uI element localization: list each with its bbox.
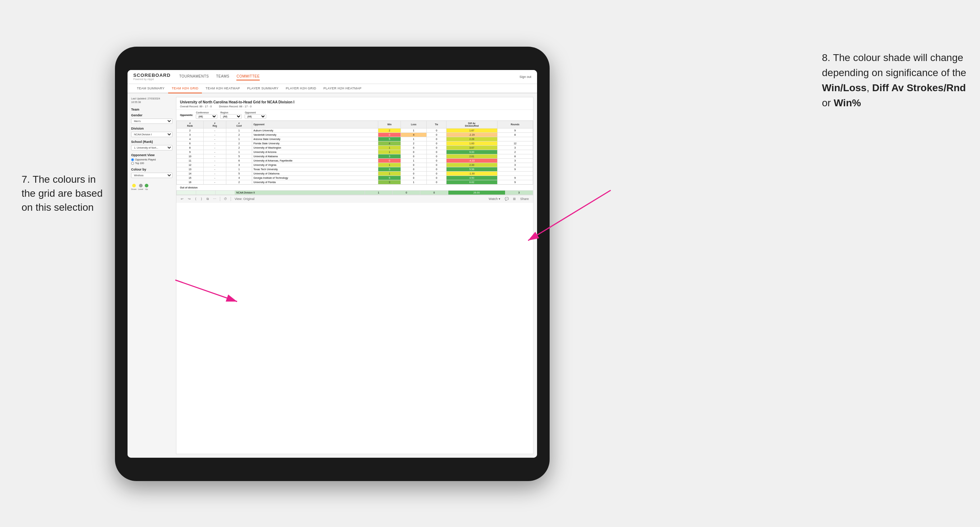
cell-tie: 0 — [427, 167, 447, 171]
cell-loss: 1 — [401, 158, 426, 163]
redo-btn[interactable]: ↪ — [187, 197, 191, 201]
cell-rank: 6 — [177, 141, 204, 145]
cell-tie: 0 — [427, 150, 447, 154]
division-label: Division — [131, 127, 172, 130]
back-btn[interactable]: ⟨ — [194, 197, 197, 201]
grid-btn[interactable]: ⊞ — [512, 197, 517, 201]
cell-win: 0 — [378, 132, 401, 137]
nav-committee[interactable]: COMMITTEE — [236, 73, 260, 80]
cell-win: 5 — [378, 137, 401, 141]
tablet-frame: SCOREBOARD Powered by clippd TOURNAMENTS… — [115, 47, 550, 481]
division-select[interactable]: NCAA Division I — [131, 132, 172, 137]
more-btn[interactable]: ⋯ — [212, 197, 217, 201]
cell-tie: 0 — [427, 132, 447, 137]
nav-teams[interactable]: TEAMS — [216, 73, 229, 80]
cell-opponent: Georgia Institute of Technology — [252, 176, 378, 180]
forward-btn[interactable]: ⟩ — [200, 197, 203, 201]
ood-loss: 0 — [392, 190, 420, 195]
cell-tie: 0 — [427, 141, 447, 145]
cell-reg: - — [203, 154, 226, 158]
copy-btn[interactable]: ⧉ — [206, 197, 210, 202]
cell-tie: 0 — [427, 171, 447, 176]
region-label: Region — [220, 111, 242, 114]
school-select[interactable]: 1. University of Nort... — [131, 145, 172, 151]
cell-conf: 1 — [226, 150, 252, 154]
cell-opponent: Texas Tech University — [252, 167, 378, 171]
ood-rank — [177, 190, 196, 195]
region-select[interactable]: (All) — [220, 114, 242, 119]
colour-by-section: Colour by Win/loss — [131, 168, 172, 181]
gender-select[interactable]: Men's — [131, 119, 172, 124]
cell-win: 2 — [378, 128, 401, 132]
tab-player-h2h-grid[interactable]: PLAYER H2H GRID — [282, 84, 320, 93]
sign-out[interactable]: Sign out — [519, 75, 531, 79]
cell-rank: 10 — [177, 154, 204, 158]
cell-rank: 12 — [177, 163, 204, 167]
cell-opponent: Vanderbilt University — [252, 132, 378, 137]
annotation-left: 7. The colours in the grid are based on … — [22, 172, 115, 215]
colour-by-select[interactable]: Win/loss — [131, 173, 172, 178]
table-row: 8 - 2 University of Washington 1 0 0 3.6… — [177, 145, 533, 150]
cell-rounds: 3 — [497, 163, 533, 167]
cell-conf: 3 — [226, 163, 252, 167]
cell-conf: 2 — [226, 141, 252, 145]
cell-opponent: University of Arizona — [252, 150, 378, 154]
watch-btn[interactable]: Watch ▾ — [488, 197, 501, 201]
region-filter: Region (All) — [220, 111, 242, 119]
grid-title: University of North Carolina Head-to-Hea… — [180, 100, 530, 104]
radio-top100[interactable]: Top 100 — [131, 162, 172, 165]
out-of-division-label: Out of division — [177, 184, 533, 190]
cell-opponent: University of Florida — [252, 180, 378, 184]
undo-btn[interactable]: ↩ — [180, 197, 184, 201]
nav-tournaments[interactable]: TOURNAMENTS — [179, 73, 209, 80]
cell-rank: 8 — [177, 145, 204, 150]
cell-loss: 0 — [401, 145, 426, 150]
table-row: 2 - 1 Auburn University 2 1 0 1.67 9 — [177, 128, 533, 132]
cell-rank: 3 — [177, 132, 204, 137]
tab-team-h2h-grid[interactable]: TEAM H2H GRID — [168, 84, 202, 93]
cell-conf: 1 — [226, 167, 252, 171]
radio-opponents-played[interactable]: Opponents Played — [131, 158, 172, 161]
table-row: 13 - 1 Texas Tech University 3 0 0 5.56 … — [177, 167, 533, 171]
clock-btn[interactable]: ⏱ — [223, 197, 228, 201]
tab-player-summary[interactable]: PLAYER SUMMARY — [243, 84, 282, 93]
tab-player-h2h-heatmap[interactable]: PLAYER H2H HEATMAP — [320, 84, 365, 93]
view-btn[interactable]: View: Original — [234, 197, 255, 201]
table-row: 11 - 6 University of Arkansas, Fayettevi… — [177, 158, 533, 163]
ood-diff: 26.00 — [448, 190, 505, 195]
opponent-view-section: Opponent View Opponents Played Top 100 — [131, 153, 172, 165]
cell-reg: - — [203, 137, 226, 141]
cell-win: 1 — [378, 171, 401, 176]
conference-select[interactable]: (All) — [196, 114, 217, 119]
legend-level-dot — [139, 184, 143, 187]
cell-win: 0 — [378, 158, 401, 163]
cell-diff: 2.61 — [446, 154, 497, 158]
legend-down-dot — [132, 184, 136, 187]
cell-rounds: 9 — [497, 180, 533, 184]
col-rank: #Rank — [177, 121, 204, 128]
cell-win: 3 — [378, 180, 401, 184]
cell-opponent: Auburn University — [252, 128, 378, 132]
col-win: Win — [378, 121, 401, 128]
tab-team-summary[interactable]: TEAM SUMMARY — [133, 84, 168, 93]
tab-team-h2h-heatmap[interactable]: TEAM H2H HEATMAP — [202, 84, 243, 93]
cell-rounds — [497, 171, 533, 176]
cell-loss: 0 — [401, 150, 426, 154]
cell-loss: 1 — [401, 128, 426, 132]
cell-rank: 9 — [177, 150, 204, 154]
cell-opponent: University of Virginia — [252, 163, 378, 167]
cell-diff: 2.33 — [446, 163, 497, 167]
opponent-select[interactable]: (All) — [245, 114, 266, 119]
cell-rounds: 9 — [497, 167, 533, 171]
toolbar-divider2 — [231, 197, 231, 201]
annotation-right: 8. The colour shade will change dependin… — [822, 50, 973, 111]
cell-conf: 5 — [226, 154, 252, 158]
table-row: 10 - 5 University of Alabama 3 0 0 2.61 … — [177, 154, 533, 158]
share-btn[interactable]: Share — [519, 197, 530, 201]
table-row: 12 - 3 University of Virginia 1 0 0 2.33… — [177, 163, 533, 167]
comment-btn[interactable]: 💬 — [504, 197, 509, 201]
cell-rank: 13 — [177, 167, 204, 171]
cell-conf: 2 — [226, 180, 252, 184]
cell-reg: - — [203, 158, 226, 163]
cell-diff: -1.00 — [446, 171, 497, 176]
